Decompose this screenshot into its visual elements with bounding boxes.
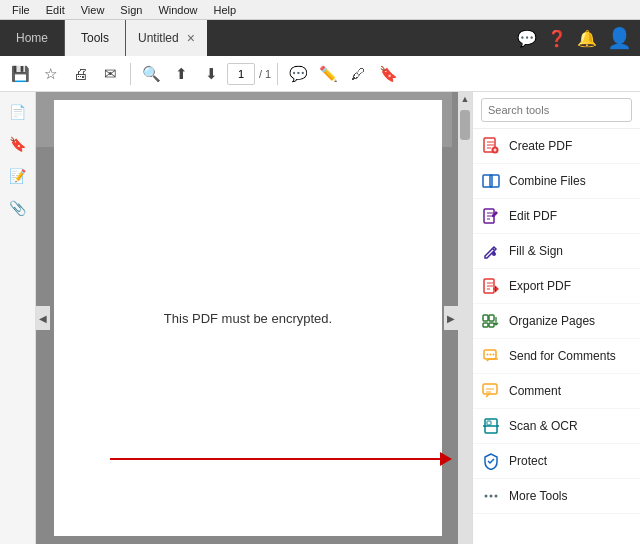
pdf-area: This PDF must be encrypted. ◀ ▶ ▲ bbox=[36, 92, 472, 544]
vertical-scrollbar[interactable]: ▲ bbox=[458, 92, 472, 544]
comment-icon bbox=[481, 381, 501, 401]
tool-item-export-pdf[interactable]: Export PDF bbox=[473, 269, 640, 304]
sidebar-icon-attachments[interactable]: 📎 bbox=[4, 194, 32, 222]
sidebar-icon-annotations[interactable]: 📝 bbox=[4, 162, 32, 190]
send-comments-icon bbox=[481, 346, 501, 366]
next-page-button[interactable]: ⬇ bbox=[197, 60, 225, 88]
zoom-out-button[interactable]: 🔍 bbox=[137, 60, 165, 88]
export-pdf-label: Export PDF bbox=[509, 279, 571, 293]
tool-item-scan-ocr[interactable]: Scan & OCR bbox=[473, 409, 640, 444]
tool-item-edit-pdf[interactable]: Edit PDF bbox=[473, 199, 640, 234]
tab-tools[interactable]: Tools bbox=[65, 20, 126, 56]
tool-item-organize-pages[interactable]: Organize Pages bbox=[473, 304, 640, 339]
scan-ocr-label: Scan & OCR bbox=[509, 419, 578, 433]
tab-right-actions: 💬 ❓ 🔔 👤 bbox=[517, 20, 640, 56]
sidebar-icon-pages[interactable]: 📄 bbox=[4, 98, 32, 126]
svg-rect-8 bbox=[483, 323, 488, 327]
chat-icon[interactable]: 💬 bbox=[517, 29, 537, 48]
tool-item-send-comments[interactable]: Send for Comments bbox=[473, 339, 640, 374]
svg-point-11 bbox=[487, 354, 489, 356]
send-comments-label: Send for Comments bbox=[509, 349, 616, 363]
menu-edit[interactable]: Edit bbox=[38, 2, 73, 18]
scroll-thumb[interactable] bbox=[460, 110, 470, 140]
tool-item-more-tools[interactable]: More Tools bbox=[473, 479, 640, 514]
right-tools-panel: Create PDFCombine FilesEdit PDFFill & Si… bbox=[472, 92, 640, 544]
export-pdf-icon bbox=[481, 276, 501, 296]
comment-label: Comment bbox=[509, 384, 561, 398]
tool-item-create-pdf[interactable]: Create PDF bbox=[473, 129, 640, 164]
svg-rect-16 bbox=[487, 421, 491, 425]
svg-point-18 bbox=[490, 495, 493, 498]
organize-pages-icon bbox=[481, 311, 501, 331]
tab-home[interactable]: Home bbox=[0, 20, 65, 56]
search-tools-input[interactable] bbox=[481, 98, 632, 122]
sidebar-icon-bookmarks[interactable]: 🔖 bbox=[4, 130, 32, 158]
svg-point-12 bbox=[490, 354, 492, 356]
tab-bar: Home Tools Untitled × 💬 ❓ 🔔 👤 bbox=[0, 20, 640, 56]
menu-bar: File Edit View Sign Window Help bbox=[0, 0, 640, 20]
tool-item-protect[interactable]: Protect bbox=[473, 444, 640, 479]
tool-item-combine-files[interactable]: Combine Files bbox=[473, 164, 640, 199]
page-navigation: / 1 bbox=[227, 63, 271, 85]
bookmark-button[interactable]: ☆ bbox=[36, 60, 64, 88]
toolbar: 💾 ☆ 🖨 ✉ 🔍 ⬆ ⬇ / 1 💬 ✏️ 🖊 🔖 bbox=[0, 56, 640, 92]
scan-ocr-icon bbox=[481, 416, 501, 436]
protect-label: Protect bbox=[509, 454, 547, 468]
user-avatar[interactable]: 👤 bbox=[607, 26, 632, 50]
edit-pdf-label: Edit PDF bbox=[509, 209, 557, 223]
create-pdf-label: Create PDF bbox=[509, 139, 572, 153]
toolbar-separator-2 bbox=[277, 63, 278, 85]
tab-document[interactable]: Untitled × bbox=[126, 20, 207, 56]
combine-files-label: Combine Files bbox=[509, 174, 586, 188]
stamp-button[interactable]: 🔖 bbox=[374, 60, 402, 88]
more-tools-icon bbox=[481, 486, 501, 506]
page-total: / 1 bbox=[259, 68, 271, 80]
comment-toolbar-button[interactable]: 💬 bbox=[284, 60, 312, 88]
fill-sign-icon bbox=[481, 241, 501, 261]
edit-pdf-icon bbox=[481, 206, 501, 226]
prev-page-button[interactable]: ⬆ bbox=[167, 60, 195, 88]
combine-files-icon bbox=[481, 171, 501, 191]
email-button[interactable]: ✉ bbox=[96, 60, 124, 88]
left-sidebar: 📄 🔖 📝 📎 bbox=[0, 92, 36, 544]
organize-pages-label: Organize Pages bbox=[509, 314, 595, 328]
fill-sign-label: Fill & Sign bbox=[509, 244, 563, 258]
svg-point-19 bbox=[495, 495, 498, 498]
tools-list: Create PDFCombine FilesEdit PDFFill & Si… bbox=[473, 129, 640, 544]
highlight-button[interactable]: 🖊 bbox=[344, 60, 372, 88]
protect-icon bbox=[481, 451, 501, 471]
save-button[interactable]: 💾 bbox=[6, 60, 34, 88]
tool-item-comment[interactable]: Comment bbox=[473, 374, 640, 409]
svg-rect-6 bbox=[483, 315, 488, 321]
scroll-up-arrow[interactable]: ▲ bbox=[458, 92, 472, 106]
pdf-encrypted-message: This PDF must be encrypted. bbox=[164, 311, 332, 326]
menu-help[interactable]: Help bbox=[206, 2, 245, 18]
menu-sign[interactable]: Sign bbox=[112, 2, 150, 18]
create-pdf-icon bbox=[481, 136, 501, 156]
svg-point-17 bbox=[485, 495, 488, 498]
pen-button[interactable]: ✏️ bbox=[314, 60, 342, 88]
search-tools-area bbox=[473, 92, 640, 129]
menu-view[interactable]: View bbox=[73, 2, 113, 18]
bell-icon[interactable]: 🔔 bbox=[577, 29, 597, 48]
svg-rect-9 bbox=[489, 323, 494, 327]
help-icon[interactable]: ❓ bbox=[547, 29, 567, 48]
menu-window[interactable]: Window bbox=[150, 2, 205, 18]
tool-item-fill-sign[interactable]: Fill & Sign bbox=[473, 234, 640, 269]
main-area: 📄 🔖 📝 📎 This PDF must be encrypted. ◀ ▶ … bbox=[0, 92, 640, 544]
svg-rect-7 bbox=[489, 315, 494, 321]
scroll-right-arrow[interactable]: ▶ bbox=[444, 306, 458, 330]
print-button[interactable]: 🖨 bbox=[66, 60, 94, 88]
pdf-page: This PDF must be encrypted. bbox=[54, 100, 442, 536]
scroll-left-arrow[interactable]: ◀ bbox=[36, 306, 50, 330]
tab-close-button[interactable]: × bbox=[187, 31, 195, 45]
menu-file[interactable]: File bbox=[4, 2, 38, 18]
svg-point-13 bbox=[493, 354, 495, 356]
page-number-input[interactable] bbox=[227, 63, 255, 85]
toolbar-separator-1 bbox=[130, 63, 131, 85]
doc-title: Untitled bbox=[138, 31, 179, 45]
more-tools-label: More Tools bbox=[509, 489, 567, 503]
